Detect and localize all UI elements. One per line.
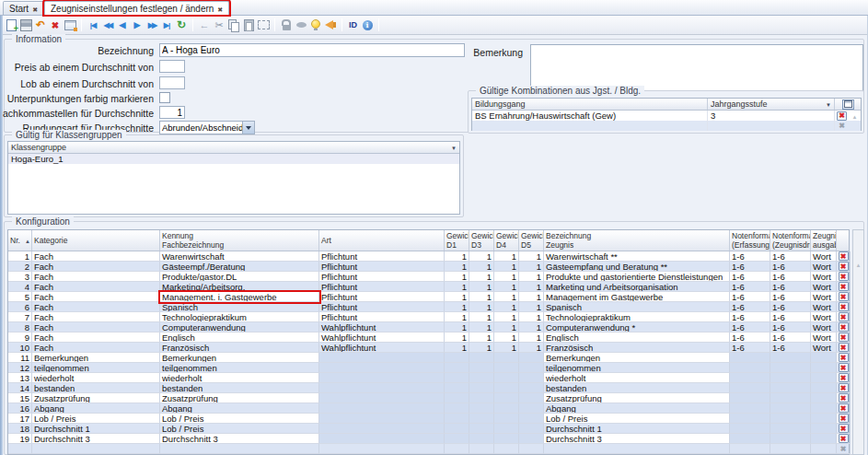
cell-nf1[interactable]: [730, 434, 770, 444]
cell-d4[interactable]: [494, 383, 519, 393]
cell-kat[interactable]: Fach: [32, 343, 160, 353]
cell-d1[interactable]: [445, 403, 469, 414]
cell-d3[interactable]: 1: [469, 302, 494, 312]
cell-d1[interactable]: 1: [445, 272, 469, 282]
cell-art[interactable]: [319, 444, 445, 454]
cell-nr[interactable]: 11: [8, 353, 32, 363]
cell-d3[interactable]: 1: [469, 332, 494, 343]
cell-ken[interactable]: Management. i. Gastgewerbe: [160, 292, 319, 302]
cell-kat[interactable]: Fach: [32, 332, 160, 343]
cell-d5[interactable]: 1: [519, 272, 544, 282]
cell-kat[interactable]: teilgenommen: [32, 363, 160, 373]
table-row[interactable]: BS Ernährung/Hauswirtschaft (Gew) 3: [472, 111, 861, 121]
delete-row-button[interactable]: [839, 434, 849, 443]
table-row[interactable]: 10FachFranzösischWahlpflichtunt1111Franz…: [8, 343, 849, 353]
cell-aus[interactable]: Wort: [811, 312, 837, 322]
cell-aus[interactable]: [811, 393, 837, 403]
refresh-icon[interactable]: [174, 18, 189, 32]
cell-art[interactable]: Wahlpflichtunt: [319, 332, 445, 343]
cell-nr[interactable]: 18: [8, 424, 32, 434]
column-notenformat-zeugnisdruck[interactable]: Notenformat(Zeugnisdruck): [770, 230, 811, 251]
table-row[interactable]: 6FachSpanischPflichtunt1111Spanisch1-61-…: [8, 302, 849, 312]
cell-aus[interactable]: Wort: [811, 322, 837, 332]
cell-bez[interactable]: Management im Gastgewerbe: [544, 292, 730, 302]
cell-d3[interactable]: 1: [469, 272, 494, 282]
cell-d3[interactable]: 1: [469, 343, 494, 353]
cell-aus[interactable]: Wort: [811, 282, 837, 292]
chevron-down-icon[interactable]: [242, 122, 254, 134]
cell-d5[interactable]: [519, 393, 544, 403]
cell-nr[interactable]: 7: [8, 312, 32, 322]
cell-nf1[interactable]: 1-6: [730, 322, 770, 332]
cell-ken[interactable]: Spanisch: [160, 302, 319, 312]
cell-art[interactable]: Pflichtunt: [319, 312, 445, 322]
back-icon[interactable]: [197, 18, 212, 32]
column-gewicht-d3[interactable]: GewichtD3: [469, 230, 494, 251]
table-row[interactable]: 18Durchschnitt 1Lob / PreisDurchschnitt …: [8, 424, 849, 434]
cell-nf2[interactable]: 1-6: [770, 302, 811, 312]
cell-d5[interactable]: [519, 434, 544, 444]
table-row[interactable]: 9FachEnglischWahlpflichtunt1111Englisch1…: [8, 332, 849, 343]
cell-bez[interactable]: Lob / Preis: [544, 414, 730, 424]
cell-d4[interactable]: [494, 434, 519, 444]
cell-nf2[interactable]: 1-6: [770, 322, 811, 332]
cell-d4[interactable]: 1: [494, 282, 519, 292]
cell-bez[interactable]: Französisch: [544, 343, 730, 353]
cell-nf1[interactable]: 1-6: [730, 272, 770, 282]
cell-nf2[interactable]: [770, 424, 811, 434]
tab-start[interactable]: Start: [3, 1, 44, 15]
cell-d1[interactable]: [445, 393, 469, 403]
cell-bez[interactable]: Computeranwendung *: [544, 322, 730, 332]
cell-bez[interactable]: Marketing und Arbeitsorganisation: [544, 282, 730, 292]
cell-art[interactable]: Pflichtunt: [319, 251, 445, 262]
cell-aus[interactable]: [811, 434, 837, 444]
cell-nf2[interactable]: [770, 403, 811, 414]
cell-ken[interactable]: [160, 444, 319, 454]
cell-kat[interactable]: Fach: [32, 262, 160, 272]
cell-d4[interactable]: 1: [494, 262, 519, 272]
table-row[interactable]: 14bestandenbestandenbestanden: [8, 383, 849, 393]
cell-nr[interactable]: 15: [8, 393, 32, 403]
column-gewicht-d5[interactable]: GewichtD5: [519, 230, 544, 251]
cell-nr[interactable]: 1: [8, 251, 32, 262]
cell-bez[interactable]: Durchschnitt 3: [544, 434, 730, 444]
cell-art[interactable]: Pflichtunt: [319, 262, 445, 272]
tab-zeugniseinstellungen[interactable]: Zeugniseinstellungen festlegen / ändern: [44, 1, 229, 15]
cell-kat[interactable]: Fach: [32, 282, 160, 292]
cell-art[interactable]: Wahlpflichtunt: [319, 322, 445, 332]
cell-d5[interactable]: [519, 383, 544, 393]
cell-bez[interactable]: Abgang: [544, 403, 730, 414]
cell-kat[interactable]: Abgang: [32, 403, 160, 414]
cell-d4[interactable]: [494, 403, 519, 414]
cell-d3[interactable]: [469, 373, 494, 383]
table-row-empty[interactable]: [8, 444, 849, 454]
cell-nf1[interactable]: [730, 353, 770, 363]
cell-d5[interactable]: [519, 373, 544, 383]
cell-d1[interactable]: 1: [445, 302, 469, 312]
cell-nf2[interactable]: 1-6: [770, 292, 811, 302]
cell-d1[interactable]: [445, 424, 469, 434]
cell-aus[interactable]: [811, 353, 837, 363]
cell-kat[interactable]: Bemerkungen: [32, 353, 160, 363]
cell-nf2[interactable]: [770, 383, 811, 393]
cell-kat[interactable]: bestanden: [32, 383, 160, 393]
first-record-icon[interactable]: [86, 18, 100, 32]
cell-art[interactable]: Pflichtunt: [319, 272, 445, 282]
cell-nf2[interactable]: 1-6: [770, 272, 811, 282]
cell-bez[interactable]: [544, 444, 730, 454]
cell-ken[interactable]: Produkte/gastor.DL: [160, 272, 319, 282]
cell-nr[interactable]: 9: [8, 332, 32, 343]
cell-d3[interactable]: 1: [469, 312, 494, 322]
cell-kat[interactable]: Fach: [32, 312, 160, 322]
cell-kat[interactable]: Lob / Preis: [32, 414, 160, 424]
table-row[interactable]: 4FachMarketing/Arbeitsorg.Pflichtunt1111…: [8, 282, 849, 292]
cell-ken[interactable]: Englisch: [160, 332, 319, 343]
cell-nf1[interactable]: [730, 444, 770, 454]
column-kennung[interactable]: KennungFachbezeichnung: [160, 230, 319, 251]
delete-row-button[interactable]: [839, 312, 849, 321]
cell-aus[interactable]: [811, 383, 837, 393]
cell-bez[interactable]: Warenwirtschaft **: [544, 251, 730, 262]
new-record-icon[interactable]: [4, 18, 18, 32]
save-icon[interactable]: [18, 18, 33, 32]
cell-d5[interactable]: [519, 424, 544, 434]
